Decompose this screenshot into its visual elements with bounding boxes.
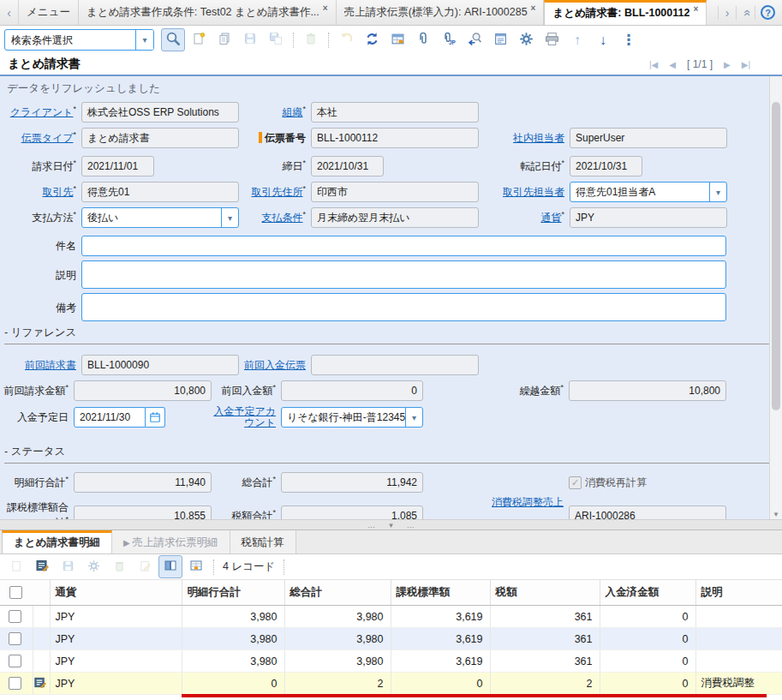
- new-document-icon: [10, 559, 23, 575]
- column-header-currency[interactable]: 通貨: [50, 580, 182, 606]
- copy-record-button[interactable]: [212, 28, 236, 51]
- printer-icon: [545, 32, 559, 49]
- archive-button[interactable]: [488, 28, 512, 51]
- previous-record-icon: ◀: [669, 60, 676, 69]
- attachment-button[interactable]: [411, 28, 435, 51]
- detail-grid-view-button[interactable]: [184, 555, 208, 578]
- tabbar-controls: › » ?: [718, 0, 782, 25]
- payment-rule-combo[interactable]: 後払い ▾: [81, 207, 239, 228]
- close-icon[interactable]: ×: [531, 3, 536, 13]
- payment-due-date-input[interactable]: 2021/11/30: [74, 407, 146, 428]
- scrollbar-down-icon[interactable]: ▼: [770, 511, 782, 518]
- column-header-total-lines[interactable]: 明細行合計: [182, 580, 284, 606]
- column-header-paid[interactable]: 入金済金額: [600, 580, 695, 606]
- partner-contact-label-link[interactable]: 取引先担当者: [503, 186, 564, 198]
- toolbar-separator: [284, 559, 284, 575]
- column-header-taxbase[interactable]: 課税標準額: [391, 580, 490, 606]
- column-header-grand-total[interactable]: 総合計: [284, 580, 391, 606]
- splitter-collapse-icon[interactable]: ▾: [389, 521, 393, 529]
- chevron-down-icon[interactable]: ▾: [135, 30, 153, 50]
- business-partner-label-link[interactable]: 取引先: [42, 186, 73, 198]
- payment-account-label-link[interactable]: 入金予定アカウント: [213, 405, 276, 428]
- column-header-tax[interactable]: 税額: [490, 580, 600, 606]
- subject-input[interactable]: [81, 236, 726, 256]
- partner-contact-combo[interactable]: 得意先01担当者A ▾: [570, 182, 727, 202]
- scrollbar-thumb[interactable]: [772, 102, 780, 410]
- zoom-across-button[interactable]: [463, 28, 487, 51]
- tab-scroll-right-icon[interactable]: ›: [718, 6, 737, 20]
- payment-term-label-link[interactable]: 支払条件: [261, 212, 302, 224]
- print-button[interactable]: [540, 28, 564, 51]
- chevron-down-icon[interactable]: ▾: [405, 408, 422, 427]
- sales-rep-label-link[interactable]: 社内担当者: [513, 132, 564, 144]
- tab-scroll-left-icon[interactable]: ‹: [0, 0, 19, 25]
- chat-button[interactable]: JP: [437, 28, 461, 51]
- description-textarea[interactable]: [81, 260, 726, 289]
- payment-account-combo[interactable]: りそな銀行-神田-普1234567 ▾: [281, 407, 423, 428]
- move-down-button[interactable]: ↓: [591, 28, 615, 51]
- select-all-checkbox[interactable]: [9, 586, 22, 599]
- chevron-down-icon[interactable]: ▾: [221, 208, 238, 227]
- process-button[interactable]: [514, 28, 538, 51]
- panel-splitter[interactable]: … ▾ …: [0, 519, 782, 530]
- prev-bill-label-link[interactable]: 前回請求書: [25, 359, 76, 371]
- prev-payment-amount-field: 0: [281, 380, 423, 401]
- detail-toggle-layout-button[interactable]: [158, 555, 182, 578]
- prev-payment-label-link[interactable]: 前回入金伝票: [244, 359, 306, 371]
- prev-bill-amount-field: 10,800: [74, 380, 212, 401]
- calendar-icon[interactable]: [146, 407, 165, 428]
- org-label-link[interactable]: 組織: [282, 106, 302, 118]
- doc-type-label-link[interactable]: 伝票タイプ: [21, 132, 74, 144]
- section-status[interactable]: - ステータス: [4, 445, 769, 464]
- row-checkbox[interactable]: [9, 655, 21, 667]
- identifier-marker: [259, 132, 262, 143]
- vertical-dots-icon: ⋮: [622, 31, 636, 49]
- form-edit-icon: [35, 559, 49, 575]
- section-reference[interactable]: - リファレンス: [4, 326, 769, 344]
- tab-summary-invoice-active[interactable]: まとめ請求書: BLL-1000112×: [544, 0, 707, 25]
- new-document-icon: [192, 32, 206, 48]
- trash-icon: [304, 32, 318, 48]
- help-icon[interactable]: ?: [761, 5, 775, 20]
- detail-tab-summary-invoice-lines[interactable]: まとめ請求書明細: [2, 530, 112, 553]
- row-checkbox[interactable]: [9, 632, 21, 645]
- search-condition-select[interactable]: 検索条件選択 ▾: [4, 29, 154, 51]
- detail-tab-tax-calculation[interactable]: 税額計算: [230, 530, 296, 553]
- close-icon[interactable]: ×: [323, 3, 328, 13]
- client-label-link[interactable]: クライアント: [10, 106, 74, 118]
- column-header-description[interactable]: 説明: [695, 580, 782, 606]
- chevron-down-icon[interactable]: ▾: [709, 182, 726, 201]
- table-row-selected[interactable]: JPY 0 2 0 2 0 消費税調整: [0, 673, 782, 695]
- row-checkbox[interactable]: [9, 610, 21, 623]
- table-row[interactable]: JPY 3,980 3,980 3,619 361 0: [0, 628, 782, 650]
- sales-rep-field: SuperUser: [570, 128, 727, 148]
- arrow-up-icon: ↑: [574, 33, 581, 48]
- tab-menu[interactable]: メニュー: [19, 0, 79, 25]
- partner-location-label-link[interactable]: 取引先住所: [251, 186, 302, 198]
- currency-label-link[interactable]: 通貨: [540, 212, 561, 224]
- carryover-amount-field: 10,800: [569, 380, 726, 401]
- lookup-button[interactable]: [161, 28, 185, 51]
- table-row[interactable]: JPY 3,980 3,980 3,619 361 0: [0, 650, 782, 673]
- payment-term-field: 月末締め翌月末払い: [311, 207, 479, 228]
- form-edit-icon[interactable]: [33, 679, 46, 691]
- tab-sales-invoice[interactable]: 売上請求伝票(標準入力): ARI-1000285×: [337, 0, 545, 25]
- refresh-button[interactable]: [360, 28, 384, 51]
- new-record-button[interactable]: [187, 28, 211, 51]
- record-navigation: |◀ ◀ [ 1/1 ] ▶ ▶|: [649, 58, 750, 70]
- tax-adjust-doc-label-link[interactable]: 消費税調整売上: [492, 496, 564, 508]
- copy-icon: [218, 32, 231, 48]
- tax-recalc-checkbox: ✓: [569, 476, 582, 489]
- collapse-tabs-icon[interactable]: »: [737, 6, 755, 20]
- close-icon[interactable]: ×: [693, 4, 698, 14]
- more-options-button[interactable]: ⋮: [617, 28, 641, 51]
- tab-billing-condition[interactable]: まとめ請求書作成条件: Test02 まとめ請求書作...×: [79, 0, 337, 25]
- search-condition-value: 検索条件選択: [5, 30, 135, 50]
- toggle-grid-button[interactable]: [385, 28, 409, 51]
- erp-window: { "colors": { "accent_orange": "#f59300"…: [0, 0, 782, 700]
- row-checkbox[interactable]: [9, 677, 21, 690]
- table-row[interactable]: JPY 3,980 3,980 3,619 361 0: [0, 606, 782, 628]
- form-scrollbar[interactable]: ▼: [769, 76, 782, 519]
- detail-form-view-button[interactable]: [30, 555, 54, 578]
- note-textarea[interactable]: [81, 293, 726, 321]
